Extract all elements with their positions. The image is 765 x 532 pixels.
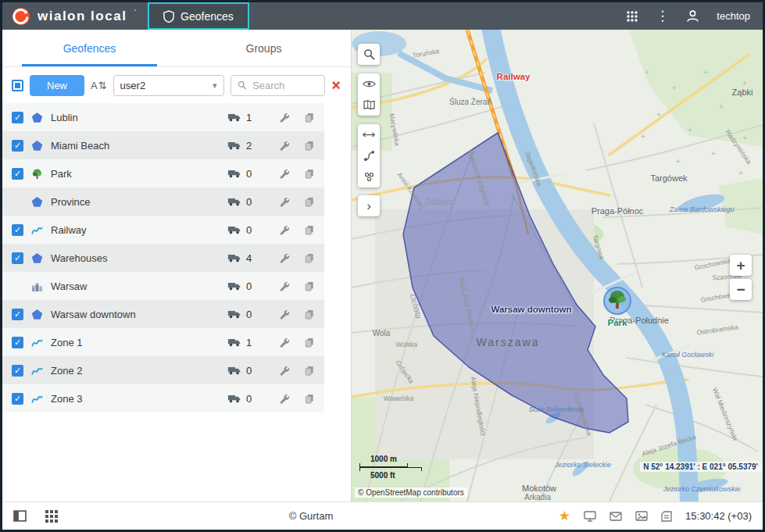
- bottom-apps-grid-icon[interactable]: [45, 510, 58, 523]
- edit-geofence-button[interactable]: [276, 366, 293, 376]
- geofence-row[interactable]: ✓Warehouses4: [2, 244, 324, 272]
- geofence-checkbox[interactable]: ✓: [12, 252, 23, 264]
- edit-geofence-button[interactable]: [276, 169, 293, 179]
- copy-geofence-button[interactable]: [301, 309, 318, 320]
- svg-text:+: +: [688, 126, 692, 134]
- close-search-button[interactable]: ×: [331, 77, 341, 93]
- edit-geofence-button[interactable]: [276, 141, 293, 151]
- search-box[interactable]: [231, 75, 326, 96]
- unit-count: 0: [227, 393, 268, 405]
- geofence-row[interactable]: ✓Zone 30: [2, 384, 324, 412]
- sort-label: A: [91, 80, 98, 91]
- map-search-control[interactable]: [358, 44, 380, 65]
- geofence-name: Zone 1: [51, 337, 220, 348]
- map-layers-button[interactable]: [358, 95, 380, 116]
- geofence-row[interactable]: ✓Miami Beach2: [2, 131, 324, 159]
- map-area[interactable]: +++ +++ +++ +++: [352, 30, 763, 502]
- geofence-row[interactable]: ✓Warsaw downtown0: [2, 300, 324, 328]
- geofence-checkbox[interactable]: ✓: [12, 309, 23, 320]
- resource-select[interactable]: user2 ▾: [113, 75, 224, 96]
- panel-toggle-icon[interactable]: [13, 510, 27, 522]
- media-icon[interactable]: [635, 511, 648, 521]
- line-geofence-icon: [31, 224, 43, 236]
- apps-grid-icon[interactable]: [626, 10, 638, 23]
- edit-geofence-button[interactable]: [276, 225, 293, 235]
- geofence-checkbox[interactable]: ✓: [12, 337, 23, 348]
- geofence-park-marker: [604, 287, 631, 314]
- chevron-right-icon[interactable]: ›: [358, 195, 380, 216]
- geofence-checkbox[interactable]: ✓: [12, 112, 23, 123]
- geofence-checkbox[interactable]: ✓: [12, 365, 23, 377]
- edit-geofence-button[interactable]: [276, 309, 293, 320]
- kebab-menu-icon[interactable]: ⋮: [656, 9, 669, 23]
- geofence-row[interactable]: Warsaw0: [2, 272, 324, 300]
- copy-geofence-button[interactable]: [301, 394, 318, 404]
- measure-distance-button[interactable]: [358, 124, 380, 145]
- select-all-checkbox[interactable]: [12, 80, 23, 91]
- sd-card-icon[interactable]: [661, 511, 672, 522]
- map-canvas[interactable]: +++ +++ +++ +++: [352, 30, 763, 502]
- edit-geofence-button[interactable]: [276, 197, 293, 207]
- geofence-row[interactable]: ✓Zone 11: [2, 328, 324, 356]
- copy-geofence-button[interactable]: [301, 366, 318, 376]
- copy-geofence-button[interactable]: [301, 141, 318, 151]
- edit-geofence-button[interactable]: [276, 253, 293, 263]
- copy-geofence-button[interactable]: [301, 197, 318, 207]
- tab-geofences[interactable]: Geofences: [2, 30, 177, 66]
- wrench-icon: [280, 225, 290, 235]
- visibility-button[interactable]: [358, 73, 380, 95]
- copy-geofence-button[interactable]: [301, 337, 318, 348]
- user-icon[interactable]: [686, 9, 699, 23]
- edit-geofence-button[interactable]: [276, 394, 293, 404]
- polygon-geofence-icon: [31, 112, 43, 123]
- zoom-in-button[interactable]: +: [730, 255, 752, 276]
- copy-geofence-button[interactable]: [301, 169, 318, 179]
- copy-icon: [305, 394, 314, 404]
- geofence-name: Zone 2: [51, 365, 220, 377]
- svg-text:+: +: [742, 134, 747, 142]
- geofence-row[interactable]: ✓Park0: [2, 159, 324, 187]
- geofence-list: ✓Lublin1✓Miami Beach2✓Park0Province0✓Rai…: [2, 103, 351, 502]
- geofence-name: Lublin: [51, 112, 220, 123]
- copy-geofence-button[interactable]: [301, 225, 318, 235]
- geofences-app-tab[interactable]: Geofences: [148, 2, 249, 30]
- username[interactable]: techtop: [717, 10, 750, 22]
- copy-geofence-button[interactable]: [301, 112, 318, 123]
- geofence-checkbox[interactable]: ✓: [12, 393, 23, 405]
- copy-geofence-button[interactable]: [301, 253, 318, 263]
- app-window: wialon local ` Geofences ⋮: [0, 0, 765, 532]
- geofence-checkbox[interactable]: ✓: [12, 140, 23, 152]
- edit-geofence-button[interactable]: [276, 281, 293, 291]
- geofence-row[interactable]: ✓Lublin1: [2, 103, 324, 131]
- geofence-checkbox[interactable]: ✓: [12, 168, 23, 180]
- edit-geofence-button[interactable]: [276, 112, 293, 123]
- geofence-row[interactable]: Province0: [2, 187, 324, 216]
- clock: 15:30:42 (+03): [685, 510, 752, 522]
- unit-truck-icon: [227, 253, 241, 262]
- copy-geofence-button[interactable]: [301, 281, 318, 291]
- geofence-row[interactable]: ✓Zone 20: [2, 356, 324, 384]
- edit-geofence-button[interactable]: [276, 337, 293, 348]
- sort-button[interactable]: A⇅: [91, 80, 107, 91]
- monitor-icon[interactable]: [584, 511, 596, 522]
- mail-icon[interactable]: [609, 512, 622, 521]
- tab-groups-label: Groups: [246, 42, 282, 55]
- copy-icon: [305, 337, 314, 348]
- map-view-controls: [358, 73, 380, 116]
- map-search-button[interactable]: [358, 44, 380, 65]
- copy-icon: [305, 197, 314, 207]
- favorites-star-icon[interactable]: ★: [559, 509, 570, 523]
- geofence-checkbox[interactable]: ✓: [12, 224, 23, 236]
- unit-count: 0: [227, 196, 268, 208]
- chevron-down-icon: ▾: [213, 80, 217, 91]
- geofence-name: Warsaw downtown: [51, 309, 220, 320]
- cluster-icon: [363, 171, 375, 183]
- city-image-icon: [31, 280, 43, 292]
- new-geofence-button[interactable]: New: [30, 75, 84, 96]
- search-input[interactable]: [251, 79, 318, 92]
- zoom-out-button[interactable]: −: [730, 279, 752, 300]
- routing-button[interactable]: [358, 145, 380, 166]
- geofence-row[interactable]: ✓Railway0: [2, 216, 324, 244]
- tab-groups[interactable]: Groups: [177, 30, 351, 66]
- clustering-button[interactable]: [358, 166, 380, 187]
